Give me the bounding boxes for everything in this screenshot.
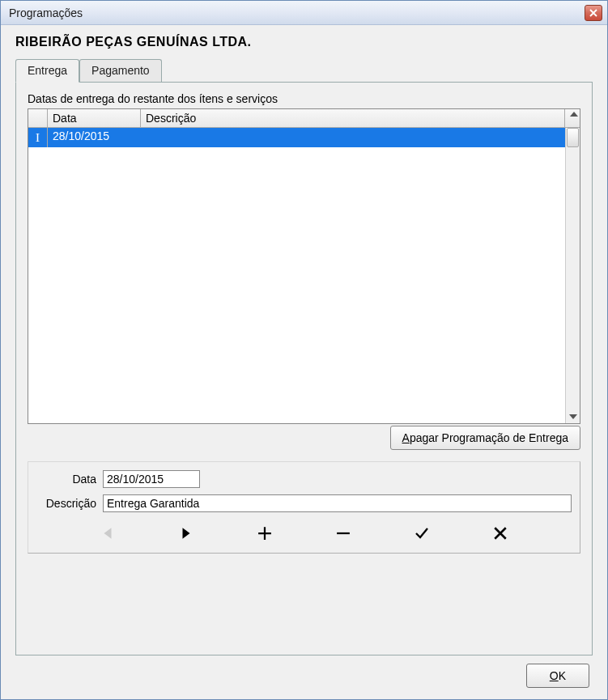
- nav-prev-button: [83, 522, 132, 545]
- form-row-descricao: Descrição: [36, 494, 572, 512]
- window-root: Programações RIBEIRÃO PEÇAS GENUÍNAS LTD…: [0, 0, 608, 700]
- grid-vertical-scrollbar[interactable]: [565, 128, 580, 423]
- tabs-bar: Entrega Pagamento: [15, 59, 593, 82]
- tab-label: Entrega: [28, 64, 67, 77]
- nav-add-button[interactable]: [240, 522, 289, 545]
- chevron-up-icon: [570, 112, 578, 117]
- x-icon: [493, 526, 508, 541]
- nav-remove-button[interactable]: [319, 522, 368, 545]
- row-indicator: I: [28, 128, 48, 147]
- plus-icon: [257, 526, 272, 541]
- record-nav-row: [36, 519, 572, 548]
- svg-rect-0: [337, 532, 350, 534]
- tab-entrega[interactable]: Entrega: [15, 59, 79, 83]
- data-label: Data: [36, 473, 103, 486]
- form-row-data: Data: [36, 470, 572, 488]
- close-icon: [589, 9, 597, 17]
- mnemonic-char: A: [402, 431, 410, 444]
- triangle-right-icon: [179, 526, 193, 541]
- descricao-input[interactable]: [103, 494, 572, 512]
- cell-descricao[interactable]: [141, 128, 565, 147]
- footer-row: OK: [15, 655, 593, 688]
- grid-header-selector: [28, 109, 48, 127]
- grid-caption: Datas de entrega do restante dos ítens e…: [28, 92, 580, 105]
- table-row[interactable]: I 28/10/2015: [28, 128, 565, 147]
- grid-scroll-down[interactable]: [566, 410, 580, 423]
- grid-header-descricao[interactable]: Descrição: [141, 109, 565, 127]
- button-label-rest: pagar Programação de Entrega: [410, 431, 568, 444]
- nav-next-button[interactable]: [162, 522, 210, 545]
- triangle-left-icon: [100, 526, 115, 541]
- ok-button[interactable]: OK: [526, 664, 589, 688]
- close-button[interactable]: [585, 5, 602, 21]
- tab-pagamento[interactable]: Pagamento: [79, 59, 162, 82]
- tab-label: Pagamento: [91, 64, 150, 77]
- delivery-grid: Data Descrição I 28/10/2015: [28, 108, 580, 424]
- chevron-down-icon: [569, 414, 577, 419]
- client-area: RIBEIRÃO PEÇAS GENUÍNAS LTDA. Entrega Pa…: [1, 25, 607, 699]
- titlebar: Programações: [1, 1, 607, 25]
- check-icon: [415, 526, 429, 541]
- nav-confirm-button[interactable]: [398, 522, 446, 545]
- grid-section: Datas de entrega do restante dos ítens e…: [28, 92, 580, 450]
- mnemonic-char: O: [550, 669, 559, 682]
- grid-header: Data Descrição: [28, 109, 580, 128]
- data-input[interactable]: [103, 470, 200, 488]
- tab-panel-entrega: Datas de entrega do restante dos ítens e…: [15, 82, 593, 655]
- grid-rows: I 28/10/2015: [28, 128, 565, 423]
- clear-button-row: Apagar Programação de Entrega: [28, 426, 580, 450]
- button-label-rest: K: [559, 669, 566, 682]
- window-title: Programações: [6, 6, 585, 19]
- descricao-label: Descrição: [36, 497, 103, 510]
- scrollbar-thumb[interactable]: [567, 128, 579, 147]
- grid-scroll-up[interactable]: [565, 109, 580, 127]
- company-title: RIBEIRÃO PEÇAS GENUÍNAS LTDA.: [15, 35, 593, 49]
- minus-icon: [336, 526, 351, 541]
- nav-cancel-button[interactable]: [476, 522, 525, 545]
- edit-panel: Data Descrição: [28, 461, 580, 554]
- cell-data[interactable]: 28/10/2015: [48, 128, 141, 147]
- grid-body: I 28/10/2015: [28, 128, 580, 423]
- grid-header-data[interactable]: Data: [48, 109, 141, 127]
- clear-schedule-button[interactable]: Apagar Programação de Entrega: [390, 426, 580, 450]
